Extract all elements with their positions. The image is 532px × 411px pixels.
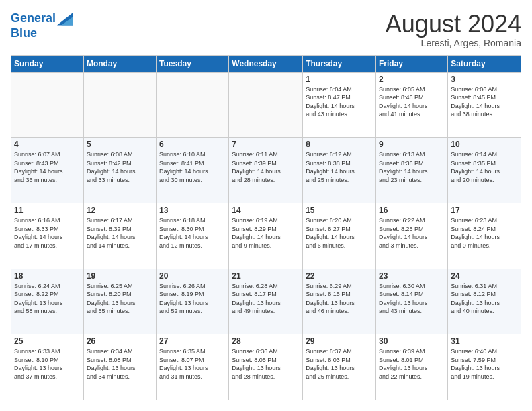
day-info: Sunrise: 6:20 AM Sunset: 8:27 PM Dayligh…	[306, 216, 373, 250]
day-number: 26	[87, 336, 153, 346]
day-header-wednesday: Wednesday	[229, 55, 303, 72]
day-info: Sunrise: 6:07 AM Sunset: 8:43 PM Dayligh…	[14, 150, 81, 184]
day-number: 21	[232, 271, 300, 281]
calendar-cell: 28Sunrise: 6:36 AM Sunset: 8:05 PM Dayli…	[229, 334, 303, 400]
logo-text: General	[11, 12, 56, 26]
week-row-3: 18Sunrise: 6:24 AM Sunset: 8:22 PM Dayli…	[11, 269, 521, 334]
calendar-cell	[83, 72, 156, 138]
day-number: 10	[451, 140, 518, 149]
day-number: 28	[232, 336, 300, 346]
calendar-cell	[157, 72, 229, 138]
day-number: 20	[159, 271, 226, 281]
calendar-cell: 3Sunrise: 6:06 AM Sunset: 8:45 PM Daylig…	[448, 72, 521, 138]
day-info: Sunrise: 6:36 AM Sunset: 8:05 PM Dayligh…	[232, 347, 300, 381]
day-number: 16	[379, 205, 445, 215]
calendar-cell: 16Sunrise: 6:22 AM Sunset: 8:25 PM Dayli…	[376, 203, 448, 269]
day-header-tuesday: Tuesday	[157, 55, 229, 72]
day-number: 29	[306, 336, 373, 346]
calendar-cell: 31Sunrise: 6:40 AM Sunset: 7:59 PM Dayli…	[448, 334, 521, 400]
calendar-cell: 22Sunrise: 6:29 AM Sunset: 8:15 PM Dayli…	[303, 269, 376, 334]
logo: General Blue	[11, 11, 73, 40]
title-block: August 2024 Leresti, Arges, Romania	[386, 11, 521, 48]
day-number: 8	[306, 140, 373, 149]
calendar-cell: 7Sunrise: 6:11 AM Sunset: 8:39 PM Daylig…	[229, 138, 303, 203]
calendar-cell: 11Sunrise: 6:16 AM Sunset: 8:33 PM Dayli…	[11, 203, 84, 269]
calendar-cell: 26Sunrise: 6:34 AM Sunset: 8:08 PM Dayli…	[83, 334, 156, 400]
calendar-header: SundayMondayTuesdayWednesdayThursdayFrid…	[11, 55, 521, 72]
day-info: Sunrise: 6:29 AM Sunset: 8:15 PM Dayligh…	[306, 282, 373, 316]
day-info: Sunrise: 6:35 AM Sunset: 8:07 PM Dayligh…	[159, 347, 226, 381]
day-number: 23	[379, 271, 445, 281]
day-header-sunday: Sunday	[11, 55, 84, 72]
calendar-cell: 8Sunrise: 6:12 AM Sunset: 8:38 PM Daylig…	[303, 138, 376, 203]
day-number: 25	[14, 336, 81, 346]
calendar-cell: 6Sunrise: 6:10 AM Sunset: 8:41 PM Daylig…	[157, 138, 229, 203]
logo-text-blue: Blue	[11, 27, 73, 40]
day-info: Sunrise: 6:13 AM Sunset: 8:36 PM Dayligh…	[379, 150, 445, 184]
day-number: 11	[14, 205, 81, 215]
day-info: Sunrise: 6:33 AM Sunset: 8:10 PM Dayligh…	[14, 347, 81, 381]
day-info: Sunrise: 6:25 AM Sunset: 8:20 PM Dayligh…	[87, 282, 153, 316]
calendar-cell: 27Sunrise: 6:35 AM Sunset: 8:07 PM Dayli…	[157, 334, 229, 400]
day-info: Sunrise: 6:19 AM Sunset: 8:29 PM Dayligh…	[232, 216, 300, 250]
day-info: Sunrise: 6:17 AM Sunset: 8:32 PM Dayligh…	[87, 216, 153, 250]
week-row-4: 25Sunrise: 6:33 AM Sunset: 8:10 PM Dayli…	[11, 334, 521, 400]
day-number: 4	[14, 140, 81, 149]
day-info: Sunrise: 6:26 AM Sunset: 8:19 PM Dayligh…	[159, 282, 226, 316]
header-row: SundayMondayTuesdayWednesdayThursdayFrid…	[11, 55, 521, 72]
week-row-2: 11Sunrise: 6:16 AM Sunset: 8:33 PM Dayli…	[11, 203, 521, 269]
day-number: 24	[451, 271, 518, 281]
day-number: 6	[159, 140, 226, 149]
day-number: 3	[451, 75, 518, 84]
logo-icon	[57, 11, 73, 27]
day-number: 18	[14, 271, 81, 281]
day-info: Sunrise: 6:12 AM Sunset: 8:38 PM Dayligh…	[306, 150, 373, 184]
calendar-cell: 23Sunrise: 6:30 AM Sunset: 8:14 PM Dayli…	[376, 269, 448, 334]
day-info: Sunrise: 6:30 AM Sunset: 8:14 PM Dayligh…	[379, 282, 445, 316]
day-header-friday: Friday	[376, 55, 448, 72]
calendar-cell: 5Sunrise: 6:08 AM Sunset: 8:42 PM Daylig…	[83, 138, 156, 203]
calendar-cell: 19Sunrise: 6:25 AM Sunset: 8:20 PM Dayli…	[83, 269, 156, 334]
calendar-cell: 9Sunrise: 6:13 AM Sunset: 8:36 PM Daylig…	[376, 138, 448, 203]
day-header-monday: Monday	[83, 55, 156, 72]
day-info: Sunrise: 6:08 AM Sunset: 8:42 PM Dayligh…	[87, 150, 153, 184]
day-number: 31	[451, 336, 518, 346]
day-number: 1	[306, 75, 373, 84]
location: Leresti, Arges, Romania	[386, 38, 521, 48]
calendar-cell: 18Sunrise: 6:24 AM Sunset: 8:22 PM Dayli…	[11, 269, 84, 334]
page: General Blue August 2024 Leresti, Arges,…	[0, 0, 532, 411]
calendar-cell: 13Sunrise: 6:18 AM Sunset: 8:30 PM Dayli…	[157, 203, 229, 269]
calendar-cell: 20Sunrise: 6:26 AM Sunset: 8:19 PM Dayli…	[157, 269, 229, 334]
calendar-cell: 4Sunrise: 6:07 AM Sunset: 8:43 PM Daylig…	[11, 138, 84, 203]
day-info: Sunrise: 6:23 AM Sunset: 8:24 PM Dayligh…	[451, 216, 518, 250]
calendar-cell	[229, 72, 303, 138]
calendar-cell: 25Sunrise: 6:33 AM Sunset: 8:10 PM Dayli…	[11, 334, 84, 400]
day-info: Sunrise: 6:16 AM Sunset: 8:33 PM Dayligh…	[14, 216, 81, 250]
day-info: Sunrise: 6:34 AM Sunset: 8:08 PM Dayligh…	[87, 347, 153, 381]
day-header-saturday: Saturday	[448, 55, 521, 72]
header: General Blue August 2024 Leresti, Arges,…	[11, 11, 521, 48]
day-info: Sunrise: 6:31 AM Sunset: 8:12 PM Dayligh…	[451, 282, 518, 316]
day-number: 17	[451, 205, 518, 215]
day-number: 13	[159, 205, 226, 215]
day-number: 27	[159, 336, 226, 346]
day-number: 30	[379, 336, 445, 346]
calendar-cell: 2Sunrise: 6:05 AM Sunset: 8:46 PM Daylig…	[376, 72, 448, 138]
day-info: Sunrise: 6:22 AM Sunset: 8:25 PM Dayligh…	[379, 216, 445, 250]
day-info: Sunrise: 6:24 AM Sunset: 8:22 PM Dayligh…	[14, 282, 81, 316]
day-info: Sunrise: 6:18 AM Sunset: 8:30 PM Dayligh…	[159, 216, 226, 250]
day-info: Sunrise: 6:05 AM Sunset: 8:46 PM Dayligh…	[379, 85, 445, 119]
calendar-cell: 21Sunrise: 6:28 AM Sunset: 8:17 PM Dayli…	[229, 269, 303, 334]
month-title: August 2024	[386, 11, 521, 38]
week-row-0: 1Sunrise: 6:04 AM Sunset: 8:47 PM Daylig…	[11, 72, 521, 138]
calendar: SundayMondayTuesdayWednesdayThursdayFrid…	[11, 55, 521, 400]
day-info: Sunrise: 6:39 AM Sunset: 8:01 PM Dayligh…	[379, 347, 445, 381]
week-row-1: 4Sunrise: 6:07 AM Sunset: 8:43 PM Daylig…	[11, 138, 521, 203]
calendar-body: 1Sunrise: 6:04 AM Sunset: 8:47 PM Daylig…	[11, 72, 521, 400]
day-number: 7	[232, 140, 300, 149]
day-number: 9	[379, 140, 445, 149]
day-number: 2	[379, 75, 445, 84]
day-info: Sunrise: 6:40 AM Sunset: 7:59 PM Dayligh…	[451, 347, 518, 381]
calendar-cell: 17Sunrise: 6:23 AM Sunset: 8:24 PM Dayli…	[448, 203, 521, 269]
calendar-cell: 29Sunrise: 6:37 AM Sunset: 8:03 PM Dayli…	[303, 334, 376, 400]
